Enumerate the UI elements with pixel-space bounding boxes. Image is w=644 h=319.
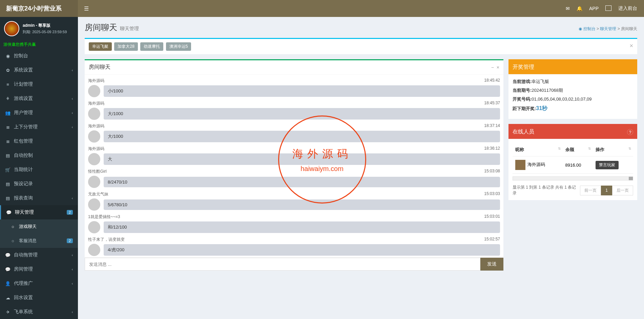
msg-time: 18:45:42 [484,78,500,84]
msg-text: 和/12/100 [104,221,500,233]
qr-icon[interactable] [605,5,611,12]
nav-agent[interactable]: 👤代理推广‹ [0,276,78,291]
tab-au-lucky5[interactable]: 澳洲幸运5 [166,42,191,51]
hamburger-icon[interactable]: ☰ [78,5,95,12]
msg-sender: 怪性酷Girl [88,169,107,174]
tab-canada28[interactable]: 加拿大28 [114,42,138,51]
chat-message: 海外源码18:45:37大/1000 [88,101,500,120]
avatar [515,160,525,170]
nav-flow[interactable]: ☁回水设置 [0,291,78,305]
chevron-left-icon: ‹ [72,125,73,129]
avatar [88,176,100,188]
countdown: 31秒 [536,105,547,111]
chat-icon: 💬 [5,267,11,272]
msg-sender: 性子来了，说变就变 [88,237,125,242]
chat-icon: 💬 [5,253,11,258]
current-game: 幸运飞艇 [532,79,549,84]
bell-icon[interactable]: 🔔 [577,6,582,11]
balance: 8916.00 [563,156,593,174]
chat-icon: 💬 [6,210,12,215]
gamepad-icon: ⚘ [5,96,11,101]
next-page-button[interactable]: 后一页 [612,186,633,195]
h-scrollbar[interactable] [513,176,633,180]
nav-fly[interactable]: ✈飞单系统‹ [0,305,78,319]
mail-icon[interactable]: ✉ [566,6,570,11]
sort-icon: ⇅ [628,147,631,150]
sidebar: admin - 尊享版 到期: 2025-05-09 23:59:59 游侠邀您… [0,17,78,319]
nav-console[interactable]: ◉控制台 [0,49,78,63]
logo: 新葡京24小时营业系 [0,0,78,17]
close-icon[interactable]: × [629,42,633,49]
tab-lucky-airship[interactable]: 幸运飞艇 [89,42,112,51]
chat-body[interactable]: 海外源码18:45:42小/1000海外源码18:45:37大/1000海外源码… [85,75,503,257]
msg-time: 15:02:57 [484,237,500,242]
send-button[interactable]: 发送 [480,258,503,271]
report-icon: ▤ [5,196,11,201]
chat-box: 房间聊天 − × 海外源码18:45:42小/1000海外源码18:45:37大… [85,59,503,271]
msg-sender: 无敌元气妹 [88,191,108,197]
minimize-icon[interactable]: − [491,65,494,70]
nav-redpack[interactable]: ≣红包管理 [0,134,78,148]
msg-time: 18:37:14 [484,123,500,129]
plane-icon: ✈ [5,310,11,315]
tab-speed-moto[interactable]: 劲速摩托 [140,42,163,51]
nav-updown[interactable]: ≣上下分管理‹ [0,120,78,134]
nickname: 海外源码 [527,162,545,167]
nav-chat-mgmt[interactable]: 💬聊天管理2 [0,205,78,219]
chat-message: 1就是爱搞怪~~=315:03:01和/12/100 [88,214,500,233]
cs-badge: 2 [67,238,73,243]
prev-page-button[interactable]: 前一页 [580,186,601,195]
nav-game-chat[interactable]: ○游戏聊天 [0,219,78,234]
col-action[interactable]: 操作⇅ [593,143,633,156]
nav-plan[interactable]: ≡计划管理 [0,77,78,91]
auto-icon: ▤ [5,153,11,158]
lottery-box: 开奖管理 当前游戏:幸运飞艇 当前期号:20240117068期 开奖号码:01… [508,59,637,119]
pager-info: 显示第 1 到第 1 条记录 共有 1 条记录 [513,185,580,196]
msg-time: 15:03:08 [484,169,500,174]
nav-room-mgmt[interactable]: 💬房间管理‹ [0,262,78,276]
page-1-button[interactable]: 1 [601,186,612,195]
nav-system[interactable]: ✿系统设置‹ [0,63,78,77]
nav-auto[interactable]: ▤自动控制 [0,148,78,163]
crumb-console[interactable]: 控制台 [583,26,596,31]
msg-text: 大/1000 [104,108,500,120]
avatar [88,244,100,256]
col-nickname[interactable]: 昵称⇅ [513,143,563,156]
msg-text: 大/1000 [104,131,500,142]
chevron-left-icon: ‹ [72,196,73,200]
close-icon[interactable]: × [497,65,499,70]
online-table: 昵称⇅ 余额⇅ 操作⇅ 海外源码 8916.00 禁言玩家 [513,143,633,174]
user-panel: admin - 尊享版 到期: 2025-05-09 23:59:59 [0,17,78,40]
app-link[interactable]: APP [589,6,599,11]
nav-report[interactable]: ▤报表查询‹ [0,191,78,205]
chevron-left-icon: ‹ [72,68,73,72]
chat-message: 海外源码18:36:12大 [88,146,500,165]
table-row: 海外源码 8916.00 禁言玩家 [513,156,633,174]
nav-period[interactable]: 🛒当期统计 [0,163,78,177]
avatar [88,85,100,97]
chevron-left-icon: ‹ [72,253,73,257]
col-balance[interactable]: 余额⇅ [563,143,593,156]
chat-message: 怪性酷Girl15:03:088/2470/10 [88,169,500,188]
avatar [88,108,100,120]
mute-button[interactable]: 禁言玩家 [596,161,619,169]
msg-sender: 海外源码 [88,146,104,152]
avatar [88,153,100,165]
database-icon: ≣ [5,125,11,130]
crumb-chat[interactable]: 聊天管理 [600,26,616,31]
help-icon[interactable]: ? [627,129,633,135]
chat-message: 海外源码18:45:42小/1000 [88,78,500,97]
nav-cs-msg[interactable]: ○客服消息2 [0,234,78,248]
nav-preset[interactable]: ▤预设记录 [0,177,78,191]
frontend-link[interactable]: 进入前台 [618,5,637,12]
circle-icon: ○ [10,224,16,229]
chat-input[interactable] [85,258,480,271]
msg-text: 小/1000 [104,85,500,97]
nav-users[interactable]: 👥用户管理‹ [0,106,78,120]
nav-game[interactable]: ⚘游戏设置‹ [0,91,78,106]
page-title: 房间聊天 [85,22,117,33]
msg-sender: 海外源码 [88,123,104,129]
msg-sender: 1就是爱搞怪~~=3 [88,214,120,220]
marquee: 游侠邀您携手共赢 [0,40,78,49]
nav-auto-drag[interactable]: 💬自动拖管理‹ [0,248,78,262]
